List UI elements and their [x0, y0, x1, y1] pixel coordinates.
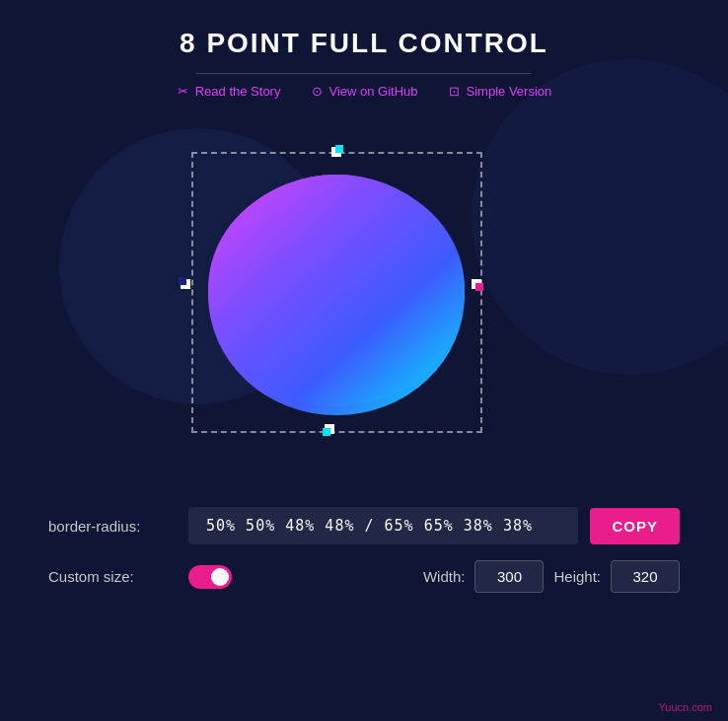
handle-bottom[interactable] [323, 422, 336, 436]
handle-left[interactable] [179, 277, 192, 291]
custom-size-label: Custom size: [48, 568, 177, 585]
github-icon: ⊙ [310, 85, 324, 99]
page-container: 8 POINT FULL CONTROL ✂ Read the Story ⊙ … [0, 0, 728, 609]
copy-button[interactable]: COPY [590, 508, 680, 544]
simple-version-link[interactable]: ⊡ Simple Version [448, 84, 552, 99]
custom-size-row: Custom size: Width: Height: [48, 560, 680, 593]
border-radius-display: 50% 50% 48% 48% / 65% 65% 38% 38% [188, 507, 578, 544]
title-divider [196, 73, 532, 74]
handle-top[interactable] [329, 145, 343, 159]
handle-right[interactable] [470, 277, 483, 291]
blob-shape[interactable] [201, 162, 473, 418]
border-radius-row: border-radius: 50% 50% 48% 48% / 65% 65%… [48, 507, 680, 544]
controls-section: border-radius: 50% 50% 48% 48% / 65% 65%… [29, 507, 699, 609]
border-radius-label: border-radius: [48, 518, 177, 535]
window-icon: ⊡ [448, 85, 462, 99]
scissors-icon: ✂ [177, 85, 190, 99]
github-link[interactable]: ⊙ View on GitHub [310, 84, 417, 99]
canvas-area [108, 122, 620, 477]
height-input[interactable] [611, 560, 680, 593]
width-label: Width: [423, 568, 466, 585]
page-title: 8 POINT FULL CONTROL [180, 28, 548, 59]
toggle-thumb [211, 568, 229, 586]
custom-size-toggle[interactable] [188, 565, 232, 589]
nav-links: ✂ Read the Story ⊙ View on GitHub ⊡ Simp… [177, 84, 552, 99]
watermark: Yuucn.com [659, 701, 712, 713]
size-input-group: Width: Height: [423, 560, 680, 593]
width-input[interactable] [474, 560, 544, 593]
read-story-link[interactable]: ✂ Read the Story [177, 84, 281, 99]
height-label: Height: [553, 568, 601, 585]
